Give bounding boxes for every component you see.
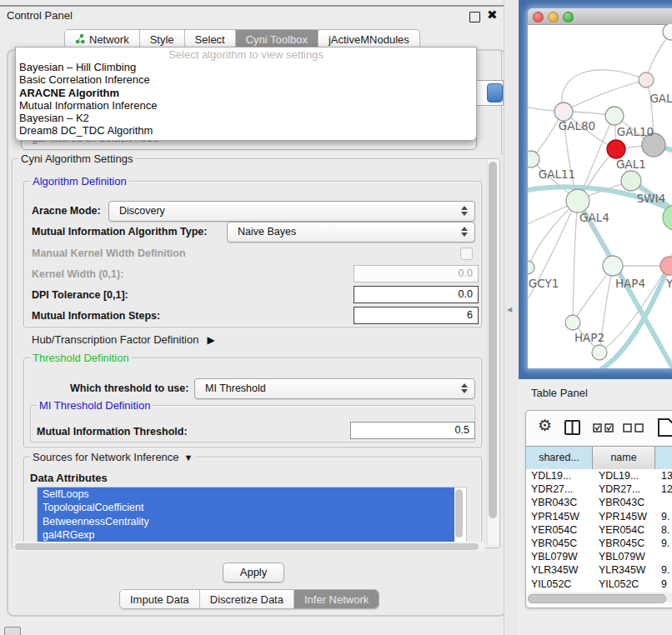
hide-all-columns-icon[interactable] — [623, 423, 644, 432]
algorithm-option[interactable]: Bayesian – K2 — [16, 112, 476, 124]
mi-algorithm-type-combo[interactable]: Naive Bayes — [227, 222, 475, 242]
node-label: Y — [665, 277, 672, 290]
which-threshold-combo[interactable]: MI Threshold — [194, 378, 475, 399]
collapse-left-arrow-icon[interactable]: ◀ — [507, 306, 512, 313]
network-window-titlebar[interactable] — [528, 8, 672, 25]
table-row[interactable]: YDL19...YDL19...13 — [526, 469, 672, 482]
algorithm-option-selected[interactable]: ARACNE Algorithm — [16, 87, 476, 99]
data-attributes-list: SelfLoops TopologicalCoefficient Between… — [37, 487, 467, 543]
table-row[interactable]: YDR27...YDR27...12 — [526, 482, 672, 496]
column-header-partial[interactable]: A — [655, 447, 672, 469]
tab-infer-network[interactable]: Infer Network — [294, 590, 379, 608]
node-gal4[interactable] — [566, 189, 589, 212]
tab-discretize-data[interactable]: Discretize Data — [200, 590, 294, 608]
split-pane-divider[interactable]: ◀ — [504, 0, 519, 635]
network-canvas[interactable]: GAL GAL80 GAL10 GAL1 GAL11 SWI4 GAL4 GCY… — [528, 24, 672, 368]
table-row[interactable]: YBR045CYBR045C9. — [526, 537, 672, 550]
node-partial-bottom[interactable] — [592, 345, 607, 360]
hub-definition-expander[interactable]: Hub/Transcription Factor Definition▶ — [32, 333, 215, 346]
table-row[interactable]: YBL079WYBL079W — [526, 550, 672, 563]
mi-steps-field[interactable]: 6 — [354, 307, 479, 324]
kernel-width-field[interactable]: 0.0 — [354, 265, 479, 282]
node-label: SWI4 — [637, 192, 666, 205]
close-panel-icon[interactable]: ✖ — [487, 8, 498, 22]
control-panel-titlebar: Control Panel ✖ — [0, 0, 519, 27]
attribute-item-selected[interactable]: TopologicalCoefficient — [38, 501, 454, 514]
algorithm-option[interactable]: Bayesian – Hill Climbing — [16, 61, 476, 73]
table-row[interactable]: YLR345WYLR345W9. — [526, 563, 672, 577]
aracne-mode-combo[interactable]: Discovery — [108, 201, 475, 222]
which-threshold-label: Which threshold to use: — [70, 382, 188, 394]
float-panel-icon[interactable] — [469, 12, 480, 22]
hidden-combo-spinner[interactable] — [487, 83, 503, 102]
sources-expander[interactable]: Sources for Network Inference▼ — [30, 451, 195, 463]
minimize-traffic-light-icon[interactable] — [548, 12, 559, 22]
algorithm-placeholder: Select algorithm to view settings — [16, 48, 476, 61]
table-header-row: shared... name A — [526, 446, 672, 470]
mi-threshold-field[interactable]: 0.5 — [350, 422, 475, 439]
close-traffic-light-icon[interactable] — [533, 12, 544, 22]
node-hap4[interactable] — [603, 256, 623, 276]
node-label: GAL80 — [559, 119, 595, 132]
node-salmon[interactable] — [660, 257, 672, 275]
node-gcy1[interactable] — [528, 261, 534, 274]
node-gal10[interactable] — [605, 107, 624, 125]
tab-select[interactable]: Select — [185, 30, 236, 48]
settings-vscroll-thumb[interactable] — [489, 162, 497, 518]
table-row[interactable]: YPR145WYPR145W9. — [526, 510, 672, 523]
dpi-tolerance-field[interactable]: 0.0 — [354, 286, 479, 303]
settings-hscroll-thumb[interactable] — [15, 543, 479, 550]
expand-down-arrow-icon: ▼ — [184, 452, 193, 462]
aracne-mode-label: Aracne Mode: — [32, 205, 101, 217]
apply-button[interactable]: Apply — [223, 562, 284, 582]
new-table-icon[interactable] — [658, 418, 672, 437]
node-label: GAL10 — [617, 125, 654, 138]
mi-threshold-definition-title: MI Threshold Definition — [37, 399, 153, 412]
tab-style[interactable]: Style — [140, 30, 185, 48]
node-label: GAL1 — [616, 158, 646, 171]
network-icon — [75, 34, 85, 44]
column-header-shared[interactable]: shared... — [526, 447, 593, 469]
attribute-item-selected[interactable]: BetweennessCentrality — [38, 515, 454, 528]
node-red-gal1[interactable] — [607, 140, 625, 158]
algorithm-option[interactable]: Mutual Information Inference — [16, 99, 476, 112]
zoom-traffic-light-icon[interactable] — [563, 12, 574, 22]
show-all-columns-icon[interactable] — [593, 423, 614, 432]
node-gal80[interactable] — [554, 102, 573, 121]
algorithm-option[interactable]: Dream8 DC_TDC Algorithm — [16, 124, 476, 137]
node-label: GAL — [649, 92, 672, 105]
node-hap2[interactable] — [565, 315, 580, 330]
table-row[interactable]: YER054CYER054C8. — [526, 523, 672, 537]
window-top-edge — [0, 5, 519, 7]
tab-network[interactable]: Network — [65, 30, 140, 48]
table-panel-title: Table Panel — [531, 387, 588, 399]
mi-threshold-label: Mutual Information Threshold: — [37, 426, 188, 438]
node-gal11[interactable] — [528, 151, 539, 168]
algorithm-option[interactable]: Basic Correlation Inference — [16, 73, 476, 86]
dpi-tolerance-label: DPI Tolerance [0,1]: — [32, 289, 128, 301]
gear-icon[interactable]: ⚙ — [538, 416, 552, 435]
column-header-name[interactable]: name — [593, 447, 655, 469]
attribute-list-scrollbar[interactable] — [455, 489, 463, 538]
table-row[interactable]: YBR043CYBR043C — [526, 496, 672, 509]
node-pink-top[interactable] — [639, 72, 654, 88]
mi-steps-label: Mutual Information Steps: — [32, 310, 160, 322]
table-hscroll-thumb[interactable] — [528, 594, 666, 603]
manual-kernel-label: Manual Kernel Width Definition — [32, 248, 186, 259]
node-partial-top[interactable] — [663, 24, 672, 40]
manual-kernel-checkbox[interactable] — [460, 248, 473, 260]
node-gal1[interactable] — [621, 171, 641, 191]
attribute-item-selected[interactable]: SelfLoops — [38, 488, 454, 501]
table-row[interactable]: YIL052CYIL052C9 — [526, 578, 672, 591]
tab-impute-data[interactable]: Impute Data — [120, 590, 200, 608]
network-window[interactable]: GAL GAL80 GAL10 GAL1 GAL11 SWI4 GAL4 GCY… — [528, 8, 672, 368]
bottom-tabbar: Impute Data Discretize Data Infer Networ… — [119, 589, 379, 609]
tab-jactivemnodules[interactable]: jActiveMNodules — [318, 30, 419, 48]
tab-cyni-toolbox[interactable]: Cyni Toolbox — [236, 30, 318, 48]
table-card: ⚙ shared... name A YDL19...YDL19...13 YD… — [525, 410, 672, 608]
collapsed-panel-icon[interactable] — [4, 627, 21, 635]
settings-group-title: Cyni Algorithm Settings — [18, 152, 135, 165]
attribute-item-selected[interactable]: gal4RGexp — [38, 528, 454, 542]
data-attributes-label: Data Attributes — [30, 472, 108, 484]
column-browser-icon[interactable] — [564, 420, 580, 435]
